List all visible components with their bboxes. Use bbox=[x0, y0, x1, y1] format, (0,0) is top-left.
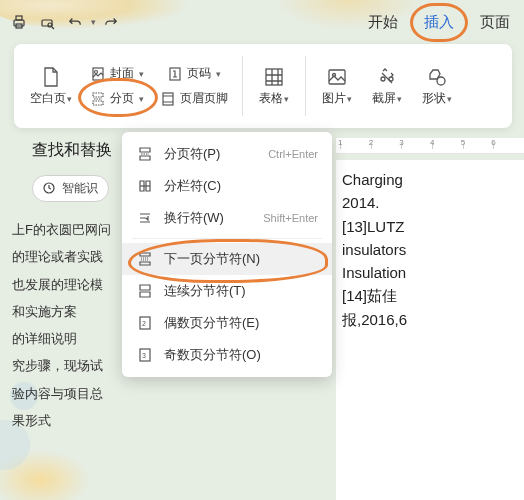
svg-point-12 bbox=[381, 77, 385, 81]
document-line: Insulation bbox=[342, 261, 518, 284]
svg-text:3: 3 bbox=[142, 352, 146, 359]
document-line: [13]LUTZ bbox=[342, 215, 518, 238]
svg-point-15 bbox=[437, 77, 445, 85]
break-type-icon: 3 bbox=[136, 346, 154, 364]
dropdown-item[interactable]: 分页符(P)Ctrl+Enter bbox=[122, 138, 332, 170]
dropdown-item-label: 奇数页分节符(O) bbox=[164, 346, 261, 364]
shape-button[interactable]: 形状▾ bbox=[416, 64, 458, 109]
undo-icon[interactable] bbox=[62, 9, 88, 35]
page-break-button[interactable]: 分页▾ bbox=[86, 88, 148, 109]
dropdown-item[interactable]: 2偶数页分节符(E) bbox=[122, 307, 332, 339]
dropdown-item[interactable]: 下一页分节符(N) bbox=[122, 243, 332, 275]
title-bar: ▾ 开始 插入 页面 bbox=[0, 0, 524, 44]
document-line: 报,2016,6 bbox=[342, 308, 518, 331]
blank-page-button[interactable]: 空白页▾ bbox=[24, 64, 78, 109]
screenshot-button[interactable]: 截屏▾ bbox=[366, 64, 408, 109]
dropdown-item-label: 分栏符(C) bbox=[164, 177, 221, 195]
document-line: Charging bbox=[342, 168, 518, 191]
document-text-right: Charging2014.[13]LUTZinsulatorsInsulatio… bbox=[336, 160, 524, 500]
header-footer-button[interactable]: 页眉页脚 bbox=[156, 88, 232, 109]
svg-rect-1 bbox=[16, 16, 22, 20]
tab-insert[interactable]: 插入 bbox=[416, 9, 462, 36]
shortcut-label: Ctrl+Enter bbox=[268, 148, 318, 160]
header-footer-icon bbox=[160, 91, 176, 107]
break-type-icon bbox=[136, 209, 154, 227]
dropdown-item[interactable]: 3奇数页分节符(O) bbox=[122, 339, 332, 371]
print-preview-icon[interactable] bbox=[34, 9, 60, 35]
break-type-icon: 2 bbox=[136, 314, 154, 332]
horizontal-ruler[interactable]: 123456 bbox=[336, 138, 524, 154]
picture-button[interactable]: 图片▾ bbox=[316, 64, 358, 109]
dropdown-item-label: 连续分节符(T) bbox=[164, 282, 246, 300]
cover-button[interactable]: 封面▾ bbox=[86, 63, 148, 84]
document-line: 2014. bbox=[342, 191, 518, 214]
dropdown-item-label: 换行符(W) bbox=[164, 209, 224, 227]
print-icon[interactable] bbox=[6, 9, 32, 35]
picture-icon bbox=[326, 66, 348, 88]
document-line: [14]茹佳 bbox=[342, 284, 518, 307]
document-line: 验内容与项目总 bbox=[12, 380, 172, 407]
page-break-dropdown: 分页符(P)Ctrl+Enter分栏符(C)换行符(W)Shift+Enter下… bbox=[122, 132, 332, 377]
svg-rect-8 bbox=[163, 93, 173, 105]
shape-icon bbox=[426, 66, 448, 88]
screenshot-icon bbox=[376, 66, 398, 88]
ribbon-toolbar: 空白页▾ 封面▾ 分页▾ 页码▾ 页眉页脚 表格▾ bbox=[14, 44, 512, 128]
svg-rect-9 bbox=[266, 69, 282, 85]
tab-page[interactable]: 页面 bbox=[472, 9, 518, 36]
dropdown-item[interactable]: 连续分节符(T) bbox=[122, 275, 332, 307]
table-icon bbox=[263, 66, 285, 88]
page-break-icon bbox=[90, 91, 106, 107]
dropdown-item[interactable]: 分栏符(C) bbox=[122, 170, 332, 202]
cover-icon bbox=[90, 66, 106, 82]
dropdown-item-label: 偶数页分节符(E) bbox=[164, 314, 259, 332]
dropdown-item-label: 下一页分节符(N) bbox=[164, 250, 260, 268]
break-type-icon bbox=[136, 145, 154, 163]
document-line: insulators bbox=[342, 238, 518, 261]
smart-recognize-button[interactable]: 智能识 bbox=[32, 175, 109, 202]
tab-start[interactable]: 开始 bbox=[360, 9, 406, 36]
break-type-icon bbox=[136, 177, 154, 195]
redo-icon[interactable] bbox=[98, 9, 124, 35]
svg-rect-10 bbox=[329, 70, 345, 84]
table-button[interactable]: 表格▾ bbox=[253, 64, 295, 109]
dropdown-item-label: 分页符(P) bbox=[164, 145, 220, 163]
dropdown-item[interactable]: 换行符(W)Shift+Enter bbox=[122, 202, 332, 234]
svg-point-6 bbox=[95, 70, 98, 73]
svg-text:2: 2 bbox=[142, 320, 146, 327]
document-line: 果形式 bbox=[12, 407, 172, 434]
blank-page-icon bbox=[40, 66, 62, 88]
clock-icon bbox=[43, 182, 57, 196]
undo-dropdown-chevron[interactable]: ▾ bbox=[91, 17, 96, 27]
page-number-icon bbox=[167, 66, 183, 82]
break-type-icon bbox=[136, 250, 154, 268]
break-type-icon bbox=[136, 282, 154, 300]
shortcut-label: Shift+Enter bbox=[263, 212, 318, 224]
page-number-button[interactable]: 页码▾ bbox=[163, 63, 225, 84]
